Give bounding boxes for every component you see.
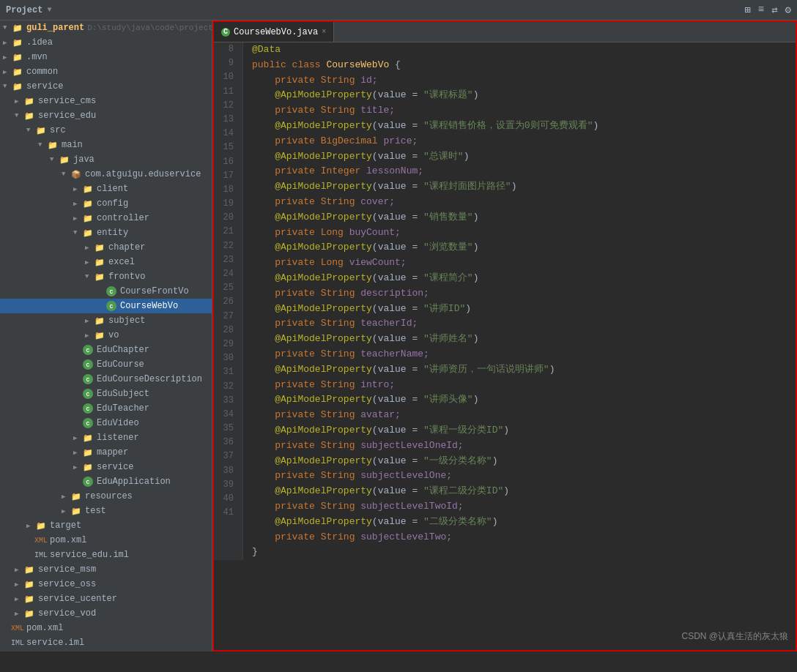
sidebar-item[interactable]: ▶📁.mvn <box>0 50 212 64</box>
sidebar-item[interactable]: ▼📁main <box>0 138 212 152</box>
toolbar-icon-list[interactable]: ≡ <box>758 4 764 16</box>
code-line: @ApiModelProperty(value = "讲师ID") <box>252 302 598 317</box>
line-number: 15 <box>220 141 237 154</box>
item-label: pom.xml <box>50 535 86 545</box>
item-icon: 📁 <box>59 154 70 165</box>
item-label: resources <box>85 491 133 501</box>
sidebar-item[interactable]: ▼📁frontvo <box>0 269 212 284</box>
item-label: entity <box>97 228 128 238</box>
code-line: private String description; <box>252 286 598 302</box>
code-line: private String id; <box>252 73 598 89</box>
item-icon: 📁 <box>35 124 47 136</box>
line-number: 18 <box>220 183 237 197</box>
sidebar-item[interactable]: IMLservice.iml <box>0 635 212 650</box>
sidebar-item[interactable]: CEduVideo <box>0 416 212 430</box>
sidebar-item[interactable]: CEduCourseDescription <box>0 372 212 387</box>
sidebar-item[interactable]: ▶📁.idea <box>0 35 212 50</box>
item-label: service <box>26 81 63 92</box>
sidebar-item[interactable]: CEduTeacher <box>0 401 212 416</box>
sidebar-item[interactable]: ▶📁test <box>0 504 212 518</box>
sidebar-item[interactable]: CEduCourse <box>0 357 212 372</box>
sidebar-item[interactable]: ▶📁excel <box>0 255 212 269</box>
sidebar-item[interactable]: XMLpom.xml <box>0 533 212 548</box>
sidebar-item[interactable]: ▶📁chapter <box>0 240 212 255</box>
sidebar-item[interactable]: IMLservice_edu.iml <box>0 548 212 562</box>
toolbar-icon-settings[interactable]: ⚙ <box>785 4 791 16</box>
sidebar-item[interactable]: ▶📁resources <box>0 489 212 504</box>
code-line: @Data <box>252 42 598 58</box>
item-icon: C <box>82 373 94 385</box>
item-label: src <box>50 125 66 135</box>
expand-arrow: ▼ <box>73 229 82 236</box>
line-number: 10 <box>220 70 237 84</box>
sidebar-item[interactable]: ▶📁config <box>0 196 212 211</box>
code-lines[interactable]: @Datapublic class CourseWebVo { private … <box>243 42 607 560</box>
code-editor: C CourseWebVo.java × 8910111213141516171… <box>212 20 797 652</box>
sidebar-item[interactable]: ▶📁service <box>0 460 212 474</box>
sidebar-item[interactable]: CEduChapter <box>0 343 212 357</box>
sidebar-item[interactable]: ▶📁listener <box>0 430 212 445</box>
code-line: private Long viewCount; <box>252 255 598 271</box>
toolbar-icon-layout[interactable]: ⊞ <box>744 4 750 16</box>
sidebar-item[interactable]: ▶📁service_cms <box>0 94 212 108</box>
line-number: 8 <box>220 42 237 56</box>
line-number: 22 <box>220 239 237 253</box>
expand-arrow: ▼ <box>26 127 35 134</box>
item-label: frontvo <box>108 272 145 282</box>
sidebar-item[interactable]: ▼📁src <box>0 123 212 138</box>
expand-arrow: ▶ <box>85 258 94 266</box>
item-icon: 📁 <box>23 578 35 590</box>
sidebar-item[interactable]: ▶📁client <box>0 182 212 196</box>
item-label: service_edu.iml <box>50 550 129 560</box>
sidebar-item[interactable]: CCourseWebVo <box>0 299 212 313</box>
line-number: 36 <box>220 436 237 449</box>
sidebar-item[interactable]: ▼📁service <box>0 79 212 94</box>
item-label: controller <box>97 213 149 223</box>
item-icon: 📁 <box>82 461 94 473</box>
item-label: subject <box>108 316 145 326</box>
sidebar-item[interactable]: ▼📁java <box>0 152 212 167</box>
line-number: 39 <box>220 478 237 492</box>
item-icon: 📁 <box>94 329 105 341</box>
sidebar-item[interactable]: ▶📁target <box>0 518 212 533</box>
item-icon: 📁 <box>94 242 105 253</box>
expand-arrow: ▶ <box>85 317 94 325</box>
editor-tab-active[interactable]: C CourseWebVo.java × <box>214 22 334 42</box>
sidebar-root-item[interactable]: ▼ 📁 guli_parent D:\study\java\code\proje… <box>0 20 212 35</box>
item-icon: 📁 <box>82 183 94 195</box>
item-icon: 📁 <box>23 608 35 619</box>
tab-close-button[interactable]: × <box>322 28 326 36</box>
sidebar-item[interactable]: CCourseFrontVo <box>0 284 212 299</box>
sidebar-item[interactable]: ▶📁subject <box>0 313 212 328</box>
item-icon: IML <box>12 637 23 649</box>
sidebar-item[interactable]: ▶📁common <box>0 64 212 79</box>
code-line: @ApiModelProperty(value = "课程销售价格，设置为0则可… <box>252 119 598 134</box>
toolbar-icon-swap[interactable]: ⇄ <box>771 4 777 16</box>
sidebar-item[interactable]: ▼📁entity <box>0 225 212 240</box>
code-line: private BigDecimal price; <box>252 134 598 149</box>
sidebar-item[interactable]: XMLpom.xml <box>0 621 212 635</box>
sidebar-item[interactable]: ▼📁service_edu <box>0 108 212 123</box>
sidebar-item[interactable]: ▶📁service_ucenter <box>0 591 212 606</box>
item-label: client <box>97 184 128 194</box>
sidebar-item[interactable]: ▼📦com.atguigu.eduservice <box>0 167 212 182</box>
sidebar-item[interactable]: 📄.gitignore <box>0 650 212 652</box>
sidebar-item[interactable]: ▶📁service_vod <box>0 606 212 621</box>
code-line: @ApiModelProperty(value = "讲师姓名") <box>252 332 598 347</box>
project-sidebar: ▼ 📁 guli_parent D:\study\java\code\proje… <box>0 20 212 652</box>
folder-icon: 📁 <box>12 22 23 34</box>
item-label: EduChapter <box>97 345 149 355</box>
sidebar-item[interactable]: ▶📁service_msm <box>0 562 212 577</box>
sidebar-item[interactable]: ▶📁mapper <box>0 445 212 460</box>
sidebar-item[interactable]: CEduApplication <box>0 474 212 489</box>
sidebar-item[interactable]: CEduSubject <box>0 387 212 401</box>
line-number: 33 <box>220 394 237 408</box>
expand-arrow: ▼ <box>85 273 94 280</box>
sidebar-item[interactable]: ▶📁service_oss <box>0 577 212 591</box>
watermark: CSDN @认真生活的灰太狼 <box>681 630 788 643</box>
sidebar-item[interactable]: ▶📁vo <box>0 328 212 343</box>
toolbar-dropdown-arrow[interactable]: ▼ <box>47 6 51 14</box>
item-icon: C <box>82 403 94 414</box>
code-line: private String avatar; <box>252 408 598 423</box>
sidebar-item[interactable]: ▶📁controller <box>0 211 212 225</box>
